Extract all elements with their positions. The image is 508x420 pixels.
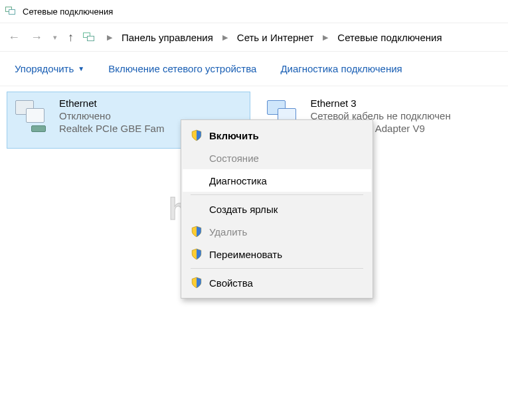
menu-item-rename[interactable]: Переименовать: [183, 243, 371, 265]
navigation-bar: ← → ▾ ↑ ▶ Панель управления ▶ Сеть и Инт…: [0, 23, 508, 52]
menu-item-label: Переименовать: [209, 249, 362, 260]
context-menu: Включить Состояние Диагностика Создать я…: [181, 119, 373, 299]
menu-item-label: Создать ярлык: [209, 204, 362, 215]
menu-item-properties[interactable]: Свойства: [183, 271, 371, 294]
icon-placeholder: [191, 152, 203, 164]
command-bar: Упорядочить ▼ Включение сетевого устройс…: [0, 52, 508, 86]
breadcrumb-item-control-panel[interactable]: Панель управления: [122, 32, 213, 43]
organize-label: Упорядочить: [15, 63, 74, 74]
menu-item-diagnose[interactable]: Диагностика: [183, 169, 371, 192]
diagnose-label: Диагностика подключения: [280, 63, 402, 74]
menu-item-label: Диагностика: [209, 175, 362, 186]
nav-forward-button[interactable]: →: [29, 31, 44, 43]
connection-device: Realtek PCIe GBE Fam: [59, 123, 164, 134]
breadcrumb-item-network-internet[interactable]: Сеть и Интернет: [237, 32, 314, 43]
connection-name: Ethernet 3: [311, 98, 451, 109]
shield-icon: [191, 277, 203, 289]
enable-device-label: Включение сетевого устройства: [108, 63, 256, 74]
menu-item-label: Состояние: [209, 153, 362, 164]
chevron-right-icon[interactable]: ▶: [106, 33, 114, 42]
enable-device-button[interactable]: Включение сетевого устройства: [108, 63, 256, 74]
breadcrumb-item-network-connections[interactable]: Сетевые подключения: [337, 32, 442, 43]
shield-icon: [191, 226, 203, 238]
menu-separator: [191, 194, 363, 195]
chevron-right-icon[interactable]: ▶: [321, 33, 329, 42]
menu-item-label: Включить: [209, 130, 362, 141]
chevron-down-icon: ▼: [78, 65, 84, 72]
menu-item-enable[interactable]: Включить: [183, 124, 371, 147]
window-title: Сетевые подключения: [23, 7, 113, 17]
organize-button[interactable]: Упорядочить ▼: [15, 63, 84, 74]
menu-item-delete: Удалить: [183, 220, 371, 243]
title-bar: Сетевые подключения: [0, 0, 508, 23]
menu-item-create-shortcut[interactable]: Создать ярлык: [183, 198, 371, 220]
menu-item-status: Состояние: [183, 147, 371, 169]
menu-item-label: Удалить: [209, 226, 362, 238]
menu-separator: [191, 268, 363, 269]
nav-history-dropdown[interactable]: ▾: [52, 34, 58, 41]
menu-item-label: Свойства: [209, 277, 362, 289]
chevron-right-icon[interactable]: ▶: [221, 33, 229, 42]
breadcrumb-icon[interactable]: [83, 31, 98, 43]
network-adapter-icon: [11, 96, 54, 139]
network-connections-icon: [5, 5, 17, 17]
shield-icon: [191, 248, 203, 260]
nav-back-button[interactable]: ←: [7, 31, 21, 43]
nav-up-button[interactable]: ↑: [66, 31, 75, 43]
connection-name: Ethernet: [59, 98, 164, 109]
connection-text: Ethernet Отключено Realtek PCIe GBE Fam: [59, 96, 164, 144]
icon-placeholder: [191, 203, 203, 215]
diagnose-connection-button[interactable]: Диагностика подключения: [280, 63, 402, 74]
icon-placeholder: [191, 175, 203, 186]
connection-status: Отключено: [59, 110, 164, 121]
shield-icon: [191, 129, 203, 141]
